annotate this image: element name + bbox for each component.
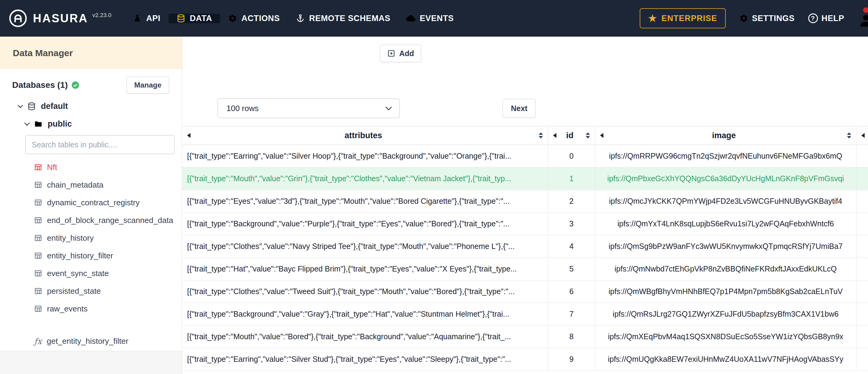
cell-id[interactable]: 1 (548, 167, 595, 190)
settings-label: SETTINGS (752, 14, 795, 23)
cell-attributes[interactable]: [{"trait_type":"Earring","value":"Silver… (182, 145, 548, 167)
sidebar-table-item[interactable]: Nft (34, 158, 169, 176)
nav-tab-actions[interactable]: ACTIONS (220, 14, 288, 23)
cell-id[interactable]: 8 (548, 325, 595, 348)
cell-image[interactable]: ipfs://QmRRPWG96cmgTn2qSzjwr2qvfNEuhunv6… (595, 145, 857, 167)
cell-partial (857, 258, 868, 280)
sort-icon[interactable] (847, 132, 851, 138)
collapse-column-icon[interactable] (187, 133, 190, 138)
hasura-logo-icon[interactable] (8, 9, 28, 28)
user-avatar[interactable] (858, 8, 868, 28)
cell-attributes[interactable]: [{"trait_type":"Background","value":"Pur… (182, 213, 548, 235)
column-header-partial[interactable] (857, 126, 868, 145)
tree-item-public-schema[interactable]: public (25, 115, 169, 133)
table-icon (34, 287, 42, 295)
enterprise-button[interactable]: ★ ENTERPRISE (640, 8, 726, 28)
cell-image[interactable]: ipfs://QmPbxeGcXhYQQNgsC6a36dDyYUcHgMLnG… (595, 167, 857, 190)
sidebar-table-item[interactable]: dynamic_contract_registry (34, 194, 169, 211)
cell-attributes[interactable]: [{"trait_type":"Mouth","value":"Bored"},… (182, 325, 548, 348)
table-row[interactable]: [{"trait_type":"Hat","value":"Bayc Flipp… (182, 258, 868, 280)
cell-id[interactable]: 4 (548, 235, 595, 258)
sidebar-table-item[interactable]: chain_metadata (34, 176, 169, 194)
sort-icon[interactable] (539, 132, 543, 138)
table-row[interactable]: [{"trait_type":"Earring","value":"Silver… (182, 348, 868, 371)
nav-tab-events[interactable]: EVENTS (398, 14, 462, 23)
cell-attributes[interactable]: [{"trait_type":"Hat","value":"Bayc Flipp… (182, 258, 548, 280)
table-browser-main: Add 100 rows Next attributes id (182, 37, 868, 374)
chevron-down-icon[interactable] (18, 102, 23, 108)
table-row[interactable]: [{"trait_type":"Eyes","value":"3d"},{"tr… (182, 190, 868, 213)
databases-label: Databases (1) (12, 80, 68, 90)
cell-image[interactable]: ipfs://QmXEqPbvM4aq1SQSXN8DSuEcSo5SseYW1… (595, 325, 857, 348)
sidebar-table-item[interactable]: raw_events (34, 300, 169, 318)
collapse-column-icon[interactable] (861, 133, 865, 138)
sidebar-table-item[interactable]: persisted_state (34, 282, 169, 300)
settings-button[interactable]: SETTINGS (739, 14, 795, 23)
cell-image[interactable]: ipfs://QmSg9bPzW9anFYc3wWU5KnvymwkxQTpmq… (595, 235, 857, 258)
cell-image[interactable]: ipfs://QmcJYkCKK7QPmYWjp4FD2e3Lv5WCGFuHN… (595, 190, 857, 213)
cell-partial (857, 167, 868, 190)
cell-image[interactable]: ipfs://QmWBgfBhyVmHNhBfEQ7p1P4Mpn7pm5b8K… (595, 280, 857, 303)
cell-attributes[interactable]: [{"trait_type":"Mouth","value":"Grin"},{… (182, 167, 548, 190)
sidebar-table-item[interactable]: end_of_block_range_scanned_data (34, 211, 169, 229)
help-button[interactable]: ? HELP (808, 13, 844, 23)
cell-attributes[interactable]: [{"trait_type":"Earring","value":"Silver… (182, 348, 548, 371)
tree-item-default-database[interactable]: default (18, 97, 169, 115)
sort-icon[interactable] (586, 132, 590, 138)
chevron-down-icon[interactable] (24, 120, 30, 126)
sidebar-function-item[interactable]: ƒx get_entity_history_filter (34, 332, 169, 350)
column-header-attributes[interactable]: attributes (182, 126, 548, 145)
table-row[interactable]: [{"trait_type":"Mouth","value":"Bored"},… (182, 325, 868, 348)
table-row[interactable]: [{"trait_type":"Background","value":"Gra… (182, 303, 868, 325)
add-row-button[interactable]: Add (380, 44, 421, 62)
nav-events-label: EVENTS (420, 14, 454, 23)
table-item-label: event_sync_state (47, 269, 108, 278)
table-item-label: entity_history_filter (47, 251, 113, 260)
nav-data-label: DATA (190, 14, 212, 23)
cell-id[interactable]: 5 (548, 258, 595, 280)
table-row[interactable]: [{"trait_type":"Background","value":"Pur… (182, 213, 868, 235)
nav-tab-remote-schemas[interactable]: REMOTE SCHEMAS (288, 14, 398, 23)
table-row[interactable]: [{"trait_type":"Earring","value":"Silver… (182, 145, 868, 167)
cell-image[interactable]: ipfs://QmNwbd7ctEhGpVkP8nZvBBQfiNeFKRdxf… (595, 258, 857, 280)
cell-attributes[interactable]: [{"trait_type":"Clothes","value":"Navy S… (182, 235, 548, 258)
cell-partial (857, 325, 868, 348)
collapse-column-icon[interactable] (553, 133, 556, 138)
table-row[interactable]: [{"trait_type":"Mouth","value":"Grin"},{… (182, 167, 868, 190)
table-item-label: Nft (47, 163, 57, 172)
nav-remote-schemas-label: REMOTE SCHEMAS (309, 14, 390, 23)
table-item-label: dynamic_contract_registry (47, 198, 140, 208)
cell-id[interactable]: 6 (548, 280, 595, 303)
manage-button[interactable]: Manage (127, 76, 169, 94)
cell-attributes[interactable]: [{"trait_type":"Eyes","value":"3d"},{"tr… (182, 190, 548, 213)
collapse-column-icon[interactable] (600, 133, 603, 138)
table-row[interactable]: [{"trait_type":"Clothes","value":"Tweed … (182, 280, 868, 303)
cell-image[interactable]: ipfs://QmUQgKka8EW7exiUHnMwZ4UoXA11wV7NF… (595, 348, 857, 371)
top-navbar: HASURA v2.23.0 API DATA ACTIONS REMOTE S… (0, 0, 868, 37)
sidebar-table-item[interactable]: entity_history (34, 229, 169, 247)
cell-image[interactable]: ipfs://QmYxT4LnK8sqLupjbS6eRvu1si7Ly2wFQ… (595, 213, 857, 235)
column-header-id[interactable]: id (548, 126, 595, 145)
cell-attributes[interactable]: [{"trait_type":"Clothes","value":"Tweed … (182, 280, 548, 303)
cell-id[interactable]: 3 (548, 213, 595, 235)
next-page-button[interactable]: Next (503, 99, 536, 118)
cell-id[interactable]: 2 (548, 190, 595, 213)
table-row[interactable]: [{"trait_type":"Clothes","value":"Navy S… (182, 235, 868, 258)
nav-tab-api[interactable]: API (125, 14, 168, 23)
sidebar-table-item[interactable]: entity_history_filter (34, 247, 169, 264)
cell-image[interactable]: ipfs://QmRsJLrg27GQ1ZWyrXZFuJFdU5bapfzsy… (595, 303, 857, 325)
nav-tab-data[interactable]: DATA (168, 14, 220, 23)
column-label: image (603, 131, 844, 140)
cell-id[interactable]: 9 (548, 348, 595, 371)
cell-id[interactable]: 7 (548, 303, 595, 325)
sidebar-footer: SQL (0, 351, 182, 374)
column-header-image[interactable]: image (595, 126, 857, 145)
search-tables-input[interactable] (25, 135, 175, 154)
cell-attributes[interactable]: [{"trait_type":"Background","value":"Gra… (182, 303, 548, 325)
sidebar-table-item[interactable]: event_sync_state (34, 264, 169, 282)
table-item-label: entity_history (47, 233, 94, 243)
navbar-right: ★ ENTERPRISE SETTINGS ? HELP (640, 0, 868, 37)
rows-per-page-select[interactable]: 100 rows (218, 98, 400, 118)
cell-id[interactable]: 0 (548, 145, 595, 167)
table-header-row: attributes id image (182, 126, 868, 145)
